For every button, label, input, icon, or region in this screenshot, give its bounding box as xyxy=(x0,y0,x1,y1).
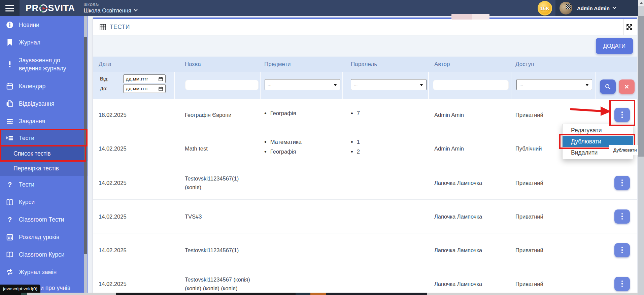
tests-icon xyxy=(6,134,13,142)
select-arrow-icon xyxy=(334,84,337,86)
table-row: 14.02.2025Testovski11234567(1) (копія)Ла… xyxy=(93,166,637,200)
table-row: 18.02.2025Географія Європи•Географія•7Ad… xyxy=(93,99,637,131)
table-body: 18.02.2025Географія Європи•Географія•7Ad… xyxy=(93,99,637,295)
page-scrollbar[interactable] xyxy=(638,0,644,295)
book-icon xyxy=(6,251,13,258)
sidebar-item-novyny[interactable]: Новини xyxy=(0,16,88,34)
sidebar-item-zauvazhennia[interactable]: Зауваження до ведення журналу xyxy=(0,51,88,77)
cell-author: Лапочка Лампочка xyxy=(434,233,512,267)
column-header-6[interactable]: Доступ xyxy=(515,57,534,72)
table-row: 14.02.2025Math test•Математика•Географія… xyxy=(93,131,637,166)
sidebar-item-kalendar[interactable]: Календар xyxy=(0,77,88,95)
name-filter-input[interactable] xyxy=(185,80,259,90)
table-row: 14.02.2025Testovski11234567(1)Лапочка Ла… xyxy=(93,233,637,267)
sidebar-item-kursy[interactable]: Курси xyxy=(0,193,88,211)
calendar-icon xyxy=(6,83,13,90)
dots-vertical-icon xyxy=(621,117,623,118)
cell-date: 14.02.2025 xyxy=(99,166,166,199)
parallel-filter-select[interactable]: ... xyxy=(351,79,427,90)
sidebar-item-testy-2[interactable]: ?Тести xyxy=(0,176,88,193)
cell-name: Testovski11234567 (копія) (копія) (копія… xyxy=(185,267,250,295)
sidebar-item-perevirka-testiv[interactable]: Перевірка тестів xyxy=(0,161,88,176)
sidebar-item-zhurnal[interactable]: Журнал xyxy=(0,34,88,51)
table-row: 14.02.2025TVS#3Лапочка ЛампочкаПриватний xyxy=(93,200,637,233)
coin-badge[interactable]: 16K xyxy=(538,1,552,15)
cell-name: TVS#3 xyxy=(185,200,250,233)
column-header-3[interactable]: Предмети xyxy=(264,57,291,72)
sidebar-item-zavdannia[interactable]: Завдання xyxy=(0,112,88,130)
avatar xyxy=(560,2,572,14)
row-actions-button[interactable] xyxy=(614,277,630,291)
row-actions-button[interactable] xyxy=(614,108,630,122)
filter-divider xyxy=(342,72,343,99)
row-actions-button[interactable] xyxy=(614,243,630,257)
filter-divider xyxy=(174,72,175,99)
taskbar-sliver-segment xyxy=(0,293,21,295)
calendar-small-icon xyxy=(159,77,163,81)
cell-author: Admin Amin xyxy=(434,99,512,131)
table-column-headers: ДатаНазваПредметиПаралельАвторДоступ xyxy=(93,57,637,72)
sidebar-item-classroom-kursy[interactable]: Classroom Курси xyxy=(0,246,88,263)
taskbar-sliver-segment xyxy=(21,293,27,295)
filter-divider xyxy=(595,72,596,99)
sidebar-item-testy[interactable]: Тести xyxy=(0,130,88,146)
bullet-icon: • xyxy=(264,108,267,118)
bullet-icon: • xyxy=(351,137,353,147)
cell-author: Лапочка Лампочка xyxy=(434,267,512,295)
top-bar: PR SVITA ШКОЛА: Школа Освітлення 16K Adm… xyxy=(0,0,638,16)
column-header-5[interactable]: Автор xyxy=(434,57,450,72)
dots-vertical-icon xyxy=(621,249,623,251)
date-from-label: Від: xyxy=(100,76,108,81)
scrollbar-thumb[interactable] xyxy=(638,16,644,157)
school-selector[interactable]: ШКОЛА: Школа Освітлення xyxy=(84,3,137,14)
add-button[interactable]: ДОДАТИ xyxy=(596,38,633,54)
row-actions-button[interactable] xyxy=(614,209,630,224)
sidebar-item-vidviduvannia[interactable]: Відвідування xyxy=(0,95,88,112)
bullet-label: Математика xyxy=(270,137,302,147)
hamburger-menu-button[interactable] xyxy=(0,0,20,16)
context-menu-item[interactable]: Редагувати xyxy=(563,125,633,136)
date-to-input[interactable]: дд.мм.гггг xyxy=(123,84,166,93)
column-header-4[interactable]: Паралель xyxy=(351,57,377,72)
access-filter-select[interactable]: ... xyxy=(516,79,592,90)
sidebar-item-rozklad-urokiv[interactable]: Розклад уроків xyxy=(0,228,88,246)
dots-vertical-icon xyxy=(621,283,623,285)
bullet-label: Географія xyxy=(270,108,296,118)
scrollbar-up-arrow[interactable] xyxy=(638,0,644,6)
select-arrow-icon xyxy=(585,84,589,86)
column-header-1[interactable]: Дата xyxy=(99,57,111,72)
logo-play-icon xyxy=(39,4,48,13)
taskbar-sliver-segment xyxy=(296,293,310,295)
school-label: ШКОЛА: xyxy=(84,3,137,7)
author-filter-input[interactable] xyxy=(433,80,509,90)
user-name: Admin Admin xyxy=(577,5,610,11)
bullet-label: Географія xyxy=(270,147,296,157)
schedule-icon xyxy=(6,233,13,241)
sidebar-item-label: Classroom Курси xyxy=(19,251,81,259)
question-icon: ? xyxy=(6,216,13,223)
column-header-2[interactable]: Назва xyxy=(185,57,201,72)
user-menu[interactable]: Admin Admin xyxy=(555,0,638,16)
sidebar-scrollbar-thumb[interactable] xyxy=(84,37,87,254)
close-icon xyxy=(624,84,629,89)
cell-access: Приватний xyxy=(515,166,583,199)
school-name: Школа Освітлення xyxy=(84,7,131,14)
cell-parallel: •7 xyxy=(351,99,418,131)
sidebar-item-classroom-testy[interactable]: ?Classroom Тести xyxy=(0,211,88,228)
cell-name: Math test xyxy=(185,131,250,166)
page-title: ТЕСТИ xyxy=(110,24,130,31)
dots-vertical-icon xyxy=(621,114,623,116)
sidebar-item-label: Відвідування xyxy=(19,100,81,108)
search-button[interactable] xyxy=(600,79,616,94)
chevron-down-icon xyxy=(134,8,137,11)
sidebar-item-spysok-testiv[interactable]: Список тестів xyxy=(0,146,88,161)
row-actions-button[interactable] xyxy=(614,176,630,190)
subjects-filter-select[interactable]: ... xyxy=(265,79,340,90)
parallel-list: •7 xyxy=(351,108,360,118)
fullscreen-icon[interactable] xyxy=(623,19,635,35)
sidebar-item-zhurnal-zamin[interactable]: Журнал замін xyxy=(0,263,88,281)
clear-filter-button[interactable] xyxy=(619,79,635,94)
cell-subjects: •Математика•Географія xyxy=(264,131,345,166)
date-from-input[interactable]: дд.мм.гггг xyxy=(123,74,166,83)
dots-vertical-icon xyxy=(621,111,623,113)
